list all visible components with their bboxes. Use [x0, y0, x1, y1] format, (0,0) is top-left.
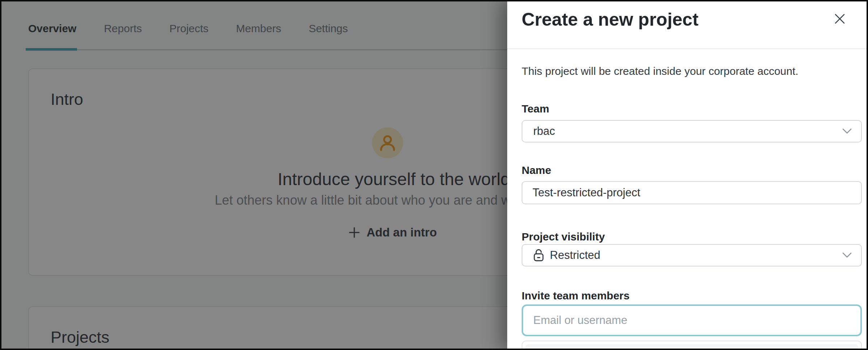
team-select-value: rbac — [533, 125, 555, 138]
team-select[interactable]: rbac — [522, 120, 862, 142]
name-label: Name — [522, 164, 551, 176]
team-label: Team — [522, 103, 549, 115]
project-name-input[interactable] — [522, 181, 862, 204]
chevron-down-icon — [842, 128, 852, 134]
chevron-down-icon — [842, 252, 852, 258]
close-icon — [834, 13, 846, 25]
drawer-description: This project will be created inside your… — [522, 65, 798, 77]
drawer-header-divider — [507, 48, 868, 49]
lock-icon — [533, 249, 544, 262]
project-visibility-select[interactable]: Restricted — [522, 244, 862, 266]
drawer-title: Create a new project — [522, 9, 698, 30]
suggestion-panel-partial — [522, 341, 862, 350]
project-visibility-label: Project visibility — [522, 231, 605, 243]
invite-members-input[interactable] — [522, 304, 862, 336]
suggestion-panel-inner — [525, 344, 858, 350]
invite-team-members-label: Invite team members — [522, 290, 629, 302]
project-visibility-value: Restricted — [550, 249, 600, 262]
screenshot-root: Overview Reports Projects Members Settin… — [0, 0, 868, 350]
create-project-drawer: Create a new project This project will b… — [507, 0, 868, 350]
close-button[interactable] — [831, 10, 848, 27]
